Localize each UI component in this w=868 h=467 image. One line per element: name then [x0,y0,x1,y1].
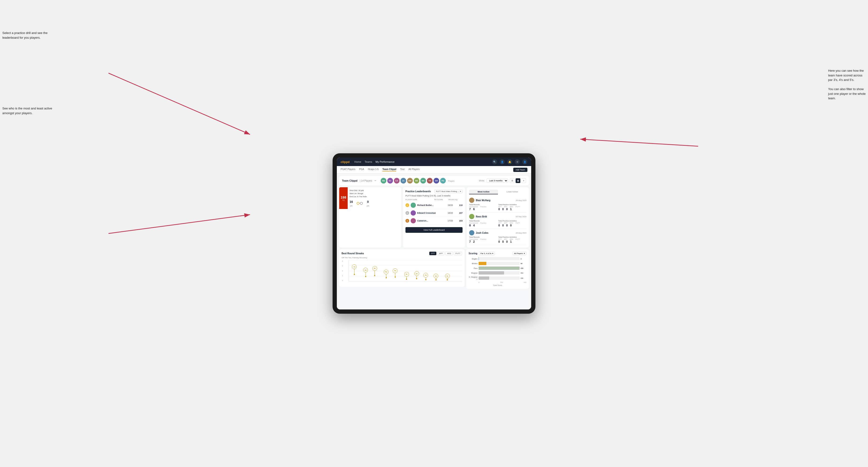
leaderboard-row: 3 Cameron... 17/20 103 [405,217,463,225]
avatar[interactable]: SW [434,178,439,184]
avatar[interactable]: PD [440,178,446,184]
card-view-icon[interactable]: ▦ [516,178,520,183]
rank-badge-3: 3 [405,219,409,223]
bar-track-pars [478,267,520,270]
settings-icon[interactable]: ⚙ [515,159,520,164]
search-icon[interactable]: 🔍 [492,159,497,164]
nav-teams[interactable]: Teams [365,160,372,163]
list-view-icon[interactable]: ≡ [521,178,526,183]
activity-player-name-1: Blair McHarg [476,199,490,201]
bell-icon[interactable]: 🔔 [507,159,512,164]
streak-dot-group: 4x [423,273,428,280]
streaks-tabs: OTT APP ARG PUTT [429,252,462,255]
subnav-tour[interactable]: Tour [400,168,404,172]
shot-start: Start Lie: Rough [349,192,399,195]
bar-track-dbogeys [478,276,520,280]
bar-label-pars: Pars [469,267,478,269]
streak-dot-group: 3x [434,274,438,280]
streaks-chart: 8 6 4 2 0 [349,260,462,281]
practice-leaderboard-title: Practice Leaderboards [405,190,431,193]
player-avg-3: 103 [454,220,463,222]
streak-tab-putt[interactable]: PUTT [454,252,462,255]
grid-view-icon[interactable]: ⊞ [510,178,515,183]
tab-least-active[interactable]: Least Active [498,190,526,194]
avatar[interactable]: TH [427,178,433,184]
activity-avatar-3 [469,230,474,236]
bar-fill-eagles [478,257,479,260]
add-team-button[interactable]: Add Team [513,168,527,172]
team-title: Team Clippd [342,179,357,182]
top-three-col: 198 SQ Shot Dist: 16 yds Start Lie: Roug… [339,187,529,247]
app-val-1: 0 [502,208,504,211]
practice-val-1: 6 [473,208,475,211]
subnav-pga[interactable]: PGA [359,168,364,172]
streak-tab-app[interactable]: APP [437,252,444,255]
practice-leaderboard-card: Practice Leaderboards PUTT Must Make Put… [403,187,465,247]
subnav-hcaps[interactable]: Hcaps 1-5 [368,168,379,172]
rank-badge-2: 2 [405,211,409,215]
total-rounds-label-1: Total Rounds [469,204,497,206]
nav-icons: 🔍 👤 🔔 ⚙ 👤 [492,159,527,164]
svg-line-1 [108,215,250,234]
scoring-title: Scoring [469,252,477,255]
bar-fill-pars [478,267,520,270]
shot-dist: Shot Dist: 16 yds [349,189,399,192]
scoring-card: Scoring Par 3, 4 & 5s ▾ All Players ▾ [466,249,529,289]
tablet-frame: clippd Home Teams My Performance 🔍 👤 🔔 ⚙… [333,153,535,314]
streak-dot-group: 6x [372,266,377,276]
avatar[interactable]: MK [420,178,426,184]
scoring-par-filter[interactable]: Par 3, 4 & 5s ▾ [479,252,495,255]
people-icon[interactable]: 👤 [500,159,505,164]
shot-metric-unit-1: yds [350,205,352,207]
shot-metrics: 16 yds [349,199,399,207]
tab-most-active[interactable]: Most Active [469,190,498,194]
annotation-bottom-left: See who is the most and least active amo… [2,106,54,115]
activity-date-2: 02 Sep 2023 [516,216,526,218]
subnav-all-players[interactable]: All Players [408,168,420,172]
activity-stats-2: Total Rounds Tournament Practice 8 4 [469,220,526,227]
scoring-header: Scoring Par 3, 4 & 5s ▾ All Players ▾ [469,252,526,255]
leaderboard-column-headers: PLAYER NAME PB SCORE PB AVG SQ [405,199,463,200]
avatar[interactable]: RB [381,178,386,184]
arg-val-1: 0 [506,208,508,211]
show-select[interactable]: Last 3 months [487,179,508,183]
streak-tab-ott[interactable]: OTT [429,252,436,255]
scoring-player-filter[interactable]: All Players ▾ [512,252,526,255]
svg-point-5 [360,202,363,205]
shot-metric-1: 16 yds [349,199,353,207]
streaks-card: Best Round Streaks OTT APP ARG PUTT Off … [339,249,464,287]
rank-badge-1: 1 [405,203,409,207]
edit-icon[interactable]: ✏ [375,180,376,182]
bar-fill-birdies [478,262,486,265]
bar-value-birdies: 96 [521,263,526,264]
tournament-val-1: 7 [469,208,471,211]
practice-sublabels-1: OTT APP ARG PUTT [498,206,526,208]
activity-card: Most Active Least Active Blair McHarg 26… [467,187,529,247]
bar-value-eagles: 3 [521,258,526,260]
streak-tab-arg[interactable]: ARG [445,252,453,255]
activity-tabs: Most Active Least Active [469,190,526,194]
annotation-top-left: Select a practice drill and see the lead… [2,31,54,40]
nav-my-performance[interactable]: My Performance [375,160,395,163]
practice-drill-dropdown[interactable]: PUTT Must Make Putting ... ▾ [434,190,463,193]
avatar[interactable]: JC [401,178,406,184]
user-avatar-icon[interactable]: 👤 [522,159,527,164]
player-name-3: Cameron... [417,220,442,222]
activity-stats-3: Total Rounds Tournament Practice 7 2 [469,236,526,243]
avatar[interactable]: BM [407,178,413,184]
bar-row-bogeys: Bogeys 311 [469,271,526,275]
bar-row-dbogeys: D. Bogeys + 131 [469,276,526,280]
shot-card: 198 SQ Shot Dist: 16 yds Start Lie: Roug… [339,187,401,247]
avatar[interactable]: RB [414,178,420,184]
subnav-pgat[interactable]: PGAT Players [341,168,355,172]
bar-fill-bogeys [478,271,504,275]
activity-player-3: Josh Coles 26 Aug 2023 Total Rounds Tour… [469,229,526,245]
nav-home[interactable]: Home [354,160,361,163]
activity-player-1: Blair McHarg 26 Aug 2023 Total Rounds To… [469,196,526,213]
avatar[interactable]: CA [394,178,400,184]
avatar[interactable]: EC [387,178,393,184]
subnav-team-clippd[interactable]: Team Clippd [382,168,396,172]
view-full-leaderboard-button[interactable]: View Full Leaderboard [405,227,463,233]
streak-dot-group: 3x [445,274,450,280]
player-score-1: 19/20 [443,204,453,206]
